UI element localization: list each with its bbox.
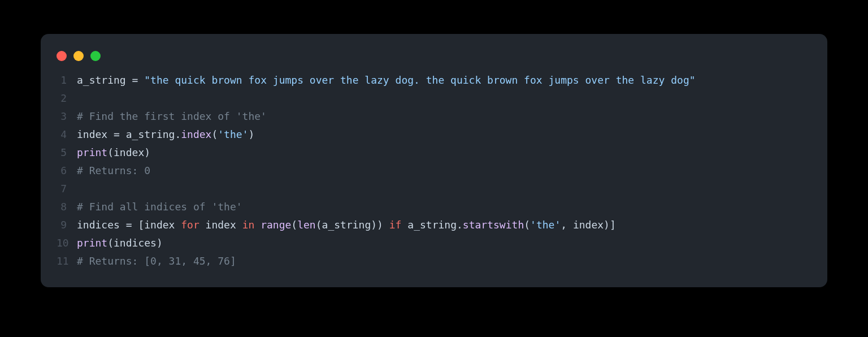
code-token: = — [132, 74, 138, 86]
line-number: 4 — [57, 126, 77, 144]
code-token: a_string. — [120, 128, 181, 140]
code-token — [254, 219, 261, 231]
code-token: startswith — [463, 219, 524, 231]
code-token: len — [297, 219, 316, 231]
code-token: range — [261, 219, 291, 231]
line-number: 8 — [57, 198, 77, 216]
code-token: # Find the first index of 'the' — [77, 110, 267, 122]
code-line[interactable]: 3# Find the first index of 'the' — [57, 107, 811, 126]
code-token: ( — [107, 237, 114, 249]
code-token: print — [77, 237, 107, 249]
code-token: if — [389, 219, 402, 231]
code-token: ( — [316, 219, 322, 231]
code-token: index — [181, 128, 211, 140]
code-token: index — [77, 128, 114, 140]
code-token: # Find all indices of 'the' — [77, 201, 242, 213]
code-token: )) — [371, 219, 383, 231]
line-content[interactable]: indices = [index for index in range(len(… — [77, 216, 616, 234]
code-token: ( — [107, 146, 114, 158]
code-token: for — [181, 219, 199, 231]
code-token: indices — [114, 237, 157, 249]
line-number: 2 — [57, 89, 77, 107]
line-content[interactable]: # Find all indices of 'the' — [77, 198, 242, 216]
code-line[interactable]: 4index = a_string.index('the') — [57, 126, 811, 144]
code-token: # Returns: 0 — [77, 165, 150, 176]
code-token — [138, 74, 144, 86]
close-icon[interactable] — [57, 51, 67, 61]
code-token: ) — [144, 146, 150, 158]
code-token: [index — [132, 219, 181, 231]
line-number: 7 — [57, 180, 77, 198]
line-content[interactable]: # Returns: 0 — [77, 162, 150, 180]
code-token: ] — [610, 219, 616, 231]
code-token: = — [126, 219, 132, 231]
code-token: ) — [248, 128, 254, 140]
line-number: 6 — [57, 162, 77, 180]
line-content[interactable]: print(indices) — [77, 234, 163, 252]
code-line[interactable]: 6# Returns: 0 — [57, 162, 811, 180]
code-token: in — [242, 219, 255, 231]
code-token: # Returns: [0, 31, 45, 76] — [77, 255, 236, 267]
code-token: ( — [211, 128, 218, 140]
code-line[interactable]: 5print(index) — [57, 144, 811, 162]
code-line[interactable]: 11# Returns: [0, 31, 45, 76] — [57, 252, 811, 270]
code-token — [383, 219, 389, 231]
line-content[interactable]: print(index) — [77, 144, 150, 162]
line-number: 1 — [57, 71, 77, 89]
line-number: 5 — [57, 144, 77, 162]
code-token: ) — [604, 219, 610, 231]
code-line[interactable]: 2 — [57, 89, 811, 107]
code-token: 'the' — [530, 219, 561, 231]
line-content[interactable]: # Find the first index of 'the' — [77, 107, 267, 126]
line-number: 10 — [57, 234, 77, 252]
code-line[interactable]: 9indices = [index for index in range(len… — [57, 216, 811, 234]
code-line[interactable]: 7 — [57, 180, 811, 198]
code-token: ) — [157, 237, 163, 249]
code-token: indices — [77, 219, 126, 231]
line-number: 3 — [57, 107, 77, 126]
code-token: a_string — [322, 219, 371, 231]
code-line[interactable]: 10print(indices) — [57, 234, 811, 252]
line-content[interactable]: # Returns: [0, 31, 45, 76] — [77, 252, 236, 270]
code-window: 1a_string = "the quick brown fox jumps o… — [41, 34, 827, 287]
code-token: index — [199, 219, 242, 231]
code-line[interactable]: 1a_string = "the quick brown fox jumps o… — [57, 71, 811, 89]
code-token: 'the' — [218, 128, 248, 140]
code-token: , index — [561, 219, 604, 231]
line-content[interactable]: a_string = "the quick brown fox jumps ov… — [77, 71, 696, 89]
window-titlebar — [41, 47, 827, 71]
line-number: 11 — [57, 252, 77, 270]
code-editor[interactable]: 1a_string = "the quick brown fox jumps o… — [41, 71, 827, 270]
line-content[interactable] — [77, 180, 83, 198]
minimize-icon[interactable] — [73, 51, 84, 61]
code-token: = — [114, 128, 120, 140]
code-line[interactable]: 8# Find all indices of 'the' — [57, 198, 811, 216]
zoom-icon[interactable] — [90, 51, 101, 61]
code-token: print — [77, 146, 107, 158]
code-token: ( — [524, 219, 530, 231]
line-content[interactable] — [77, 89, 83, 107]
line-content[interactable]: index = a_string.index('the') — [77, 126, 254, 144]
code-token: index — [114, 146, 144, 158]
line-number: 9 — [57, 216, 77, 234]
code-token: a_string — [77, 74, 132, 86]
code-token: a_string. — [401, 219, 462, 231]
code-token: ( — [291, 219, 297, 231]
code-token: "the quick brown fox jumps over the lazy… — [144, 74, 695, 86]
